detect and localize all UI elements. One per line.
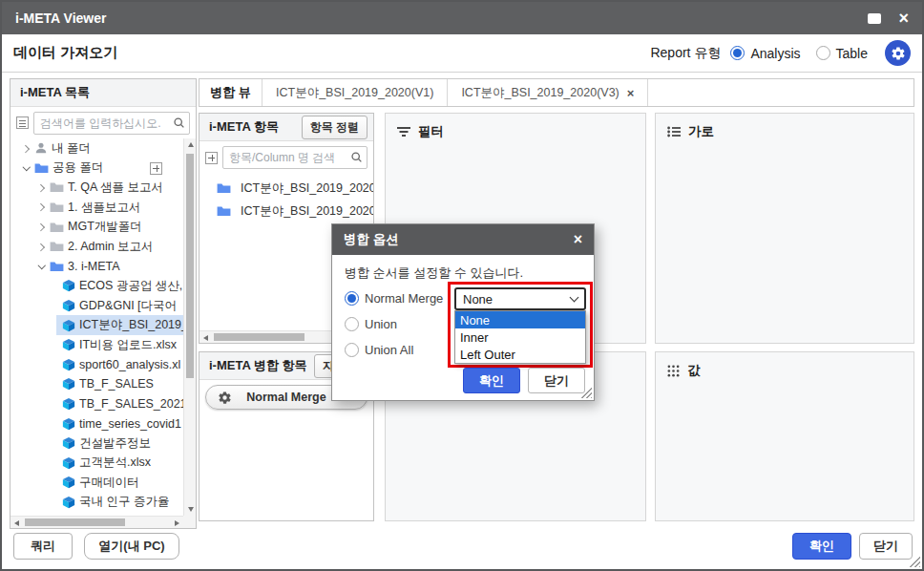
query-button[interactable]: 쿼리 (13, 533, 73, 560)
tree-item-label: 1. 샘플보고서 (68, 200, 140, 216)
cube-wrap (62, 319, 75, 332)
item-folder-row[interactable]: ICT분야_BSI_2019_2020(V1) (200, 177, 373, 200)
tree-item[interactable]: 내 폴더 (10, 138, 183, 159)
tree-item[interactable]: T. QA 샘플 보고서 (10, 178, 183, 198)
radio-icon[interactable] (730, 46, 745, 60)
expand-plus-icon[interactable] (150, 162, 162, 175)
modal-close-icon[interactable]: × (574, 231, 582, 248)
tree-item-label: TB_F_SALES (79, 377, 154, 391)
merge-view-label: 병합 뷰 (200, 79, 262, 106)
merge-radio-normal-merge[interactable]: Normal Merge (345, 286, 443, 311)
scroll-up-icon[interactable] (188, 142, 194, 147)
open-pc-button[interactable]: 열기(내 PC) (84, 533, 179, 560)
scroll-left-icon[interactable] (203, 335, 208, 341)
page-title: 데이터 가져오기 (13, 44, 117, 62)
settings-gear-button[interactable] (885, 40, 911, 66)
scrollbar-thumb[interactable] (186, 154, 194, 378)
view-tab[interactable]: ICT분야_BSI_2019_2020(V1) (262, 79, 448, 106)
cube-icon (62, 496, 75, 509)
window-close-icon[interactable]: × (898, 10, 909, 27)
tree-item-label: 건설발주정보 (79, 435, 151, 452)
chevron-right-icon[interactable] (35, 224, 48, 230)
tree-item[interactable]: IT비용 업로드.xlsx (10, 335, 183, 355)
radio-icon[interactable] (345, 343, 359, 357)
report-option-table[interactable]: Table (816, 46, 868, 61)
tree-item[interactable]: TB_F_SALES_20210 (10, 394, 183, 414)
scroll-down-icon[interactable] (188, 507, 194, 512)
search-icon[interactable] (350, 151, 363, 163)
modal-close-button[interactable]: 닫기 (528, 368, 585, 393)
cube-icon (62, 358, 75, 371)
tree-item[interactable]: 국내 인구 증가율 (10, 493, 183, 513)
user-icon (34, 141, 48, 155)
folder-icon (217, 182, 231, 194)
tree-item[interactable]: 공용 폴더 (10, 159, 183, 179)
chevron-right-icon[interactable] (35, 244, 48, 250)
tree-item[interactable]: MGT개발폴더 (10, 217, 183, 237)
chevron-right-icon[interactable] (20, 146, 32, 152)
confirm-button[interactable]: 확인 (792, 533, 851, 560)
tree-item[interactable]: 2. Admin 보고서 (10, 237, 183, 257)
cube-wrap (62, 279, 75, 292)
cube-icon (62, 279, 75, 292)
tab-close-icon[interactable]: × (627, 86, 635, 100)
cube-wrap (62, 436, 75, 450)
items-search-input[interactable] (222, 146, 368, 169)
dropzone-values[interactable]: 값 (655, 351, 914, 521)
tree-item[interactable]: 건설발주정보 (10, 434, 183, 454)
chevron-right-icon[interactable] (35, 204, 48, 210)
scroll-right-icon[interactable] (175, 520, 179, 526)
scroll-left-icon[interactable] (14, 520, 19, 526)
tree-item[interactable]: 구매데이터 (10, 473, 183, 493)
radio-icon[interactable] (816, 46, 830, 60)
dropzone-columns[interactable]: 가로 (655, 113, 914, 344)
sort-items-button[interactable]: 항목 정렬 (302, 116, 368, 139)
report-type-label: Report 유형 (650, 45, 721, 62)
item-folder-row[interactable]: ICT분야_BSI_2019_2020(V3) (200, 200, 373, 222)
sidebar-search-input[interactable] (33, 112, 190, 135)
modal-confirm-button[interactable]: 확인 (463, 368, 520, 393)
tree-item-label: MGT개발폴더 (68, 219, 142, 235)
dropdown-option[interactable]: None (455, 311, 585, 328)
cube-icon (62, 377, 75, 391)
tree-item[interactable]: 1. 샘플보고서 (10, 198, 183, 218)
maximize-icon[interactable] (868, 13, 881, 24)
page-header: 데이터 가져오기 Report 유형 AnalysisTable (2, 34, 922, 73)
scrollbar-corner (183, 516, 196, 528)
chevron-down-icon[interactable] (20, 164, 32, 172)
expand-all-icon[interactable] (205, 152, 218, 164)
chevron-right-icon[interactable] (35, 185, 48, 191)
sidebar-vertical-scrollbar[interactable] (183, 138, 196, 516)
scrollbar-thumb[interactable] (214, 333, 304, 341)
tree-view-toggle-icon[interactable] (16, 116, 29, 129)
dropdown-option[interactable]: Left Outer (455, 346, 585, 363)
tree-item[interactable]: ECOS 광공업 생산, (10, 276, 183, 296)
search-icon[interactable] (173, 116, 185, 129)
merge-radio-union-all[interactable]: Union All (345, 337, 443, 363)
tree-item[interactable]: sport60_analysis.xl (10, 355, 183, 375)
cube-wrap (62, 496, 75, 509)
tree-item[interactable]: time_series_covid1 (10, 413, 183, 434)
report-type-options: AnalysisTable (730, 46, 868, 61)
gear-icon (891, 46, 906, 61)
tree-item-label: 공용 폴더 (52, 159, 103, 176)
radio-icon[interactable] (345, 291, 359, 306)
view-tab[interactable]: ICT분야_BSI_2019_2020(V3)× (448, 79, 648, 106)
tree-item[interactable]: TB_F_SALES (10, 374, 183, 394)
merge-order-select[interactable]: None (454, 287, 586, 310)
folder-blue-wrap (34, 162, 49, 174)
filter-icon (397, 126, 410, 137)
scrollbar-thumb[interactable] (25, 518, 125, 526)
tree-item-label: T. QA 샘플 보고서 (68, 180, 163, 196)
tree-item[interactable]: 고객분석.xlsx (10, 454, 183, 474)
sidebar-horizontal-scrollbar[interactable] (10, 516, 183, 528)
radio-icon[interactable] (345, 317, 359, 331)
merge-radio-union[interactable]: Union (345, 311, 443, 337)
tree-item[interactable]: GDP&GNI [다국어 (10, 296, 183, 316)
tree-item[interactable]: ICT분야_BSI_2019_ (10, 315, 183, 335)
dropdown-option[interactable]: Inner (455, 328, 585, 346)
chevron-down-icon[interactable] (35, 263, 48, 270)
tree-item[interactable]: 3. i-META (10, 257, 183, 277)
report-option-analysis[interactable]: Analysis (730, 46, 800, 61)
close-button[interactable]: 닫기 (859, 533, 913, 560)
